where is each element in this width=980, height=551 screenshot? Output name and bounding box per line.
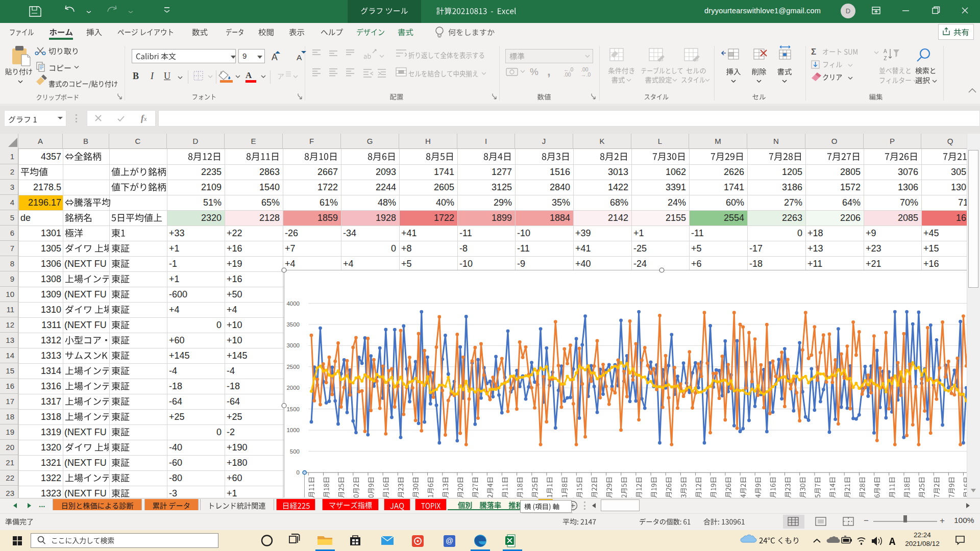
svg-text:500: 500 [290, 448, 300, 455]
svg-text:4000: 4000 [286, 300, 300, 307]
svg-text:1500: 1500 [286, 406, 300, 412]
svg-text:2000: 2000 [286, 385, 300, 391]
svg-text:2500: 2500 [286, 364, 300, 370]
svg-text:3000: 3000 [286, 342, 300, 348]
svg-text:1000: 1000 [286, 427, 300, 433]
svg-text:0: 0 [297, 469, 300, 475]
svg-text:3500: 3500 [286, 321, 300, 328]
